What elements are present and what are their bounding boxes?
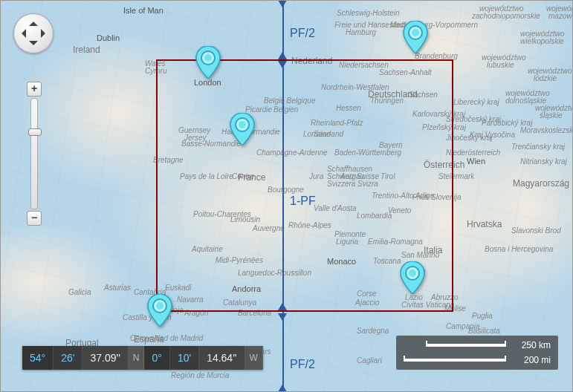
- coordinate-bar: 54° 26' 37.09'' N 0° 10' 14.64'' W: [22, 346, 263, 370]
- svg-point-1: [204, 54, 212, 62]
- map-marker[interactable]: [195, 46, 221, 79]
- lat-minutes: 26': [54, 346, 82, 370]
- scale-line-km: [426, 344, 506, 347]
- scale-row-mi: 200 mi: [404, 355, 551, 365]
- map-marker[interactable]: [230, 113, 255, 146]
- axis-arrow-top-down: [278, 0, 287, 7]
- map-viewport[interactable]: WalesCymruGuernseyJerseyBretagneBasse-No…: [0, 0, 573, 392]
- scale-row-km: 250 km: [404, 340, 551, 350]
- scale-bar: 250 km 200 mi: [396, 336, 558, 370]
- zoom-in-button[interactable]: +: [27, 82, 42, 97]
- scale-line-mi: [404, 359, 506, 362]
- svg-point-9: [156, 302, 164, 310]
- pan-west-button[interactable]: [17, 29, 26, 38]
- axis-arrow-bottom-up: [278, 385, 287, 392]
- lon-degrees: 0°: [144, 346, 169, 370]
- lat-seconds: 37.09'': [82, 346, 128, 370]
- label-pf-top: PF/2: [290, 27, 315, 40]
- zoom-out-button[interactable]: −: [27, 211, 42, 226]
- zoom-control: + −: [27, 82, 42, 226]
- lon-hemisphere: W: [245, 346, 263, 370]
- svg-point-5: [239, 121, 246, 128]
- map-marker[interactable]: [403, 21, 428, 53]
- pan-north-button[interactable]: [29, 17, 38, 26]
- axis-arrow-rect-bot-down: [278, 313, 287, 321]
- zoom-slider-track[interactable]: [30, 98, 38, 209]
- axis-arrow-rect-top-up: [278, 52, 287, 59]
- zoom-slider-thumb[interactable]: [28, 128, 42, 136]
- map-marker[interactable]: [147, 294, 172, 327]
- scale-label-km: 250 km: [512, 340, 551, 350]
- pan-control: [13, 13, 54, 53]
- pan-east-button[interactable]: [41, 29, 50, 38]
- label-pf-bottom: PF/2: [290, 358, 315, 371]
- svg-point-3: [412, 29, 419, 36]
- lat-hemisphere: N: [129, 346, 145, 370]
- svg-point-7: [409, 270, 416, 277]
- pan-south-button[interactable]: [29, 41, 38, 50]
- lon-seconds: 14.64'': [199, 346, 245, 370]
- scale-label-mi: 200 mi: [512, 355, 551, 365]
- lon-minutes: 10': [170, 346, 199, 370]
- lat-degrees: 54°: [22, 346, 54, 370]
- map-marker[interactable]: [400, 261, 425, 294]
